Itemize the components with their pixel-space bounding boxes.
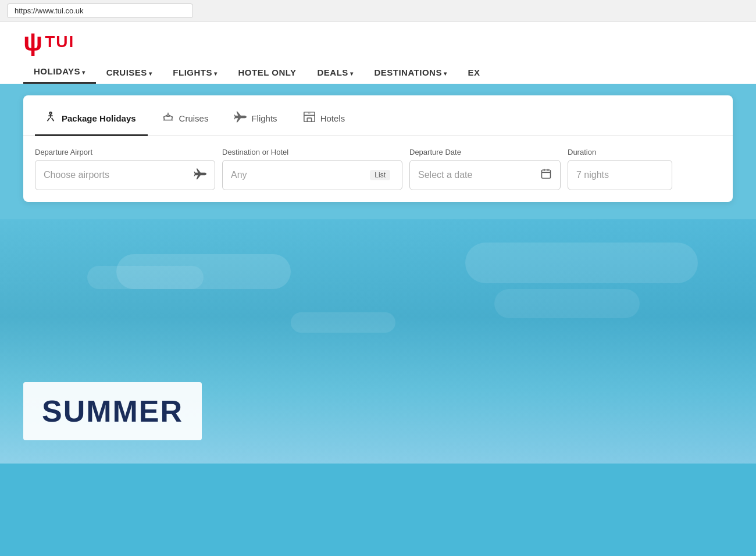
nav-item-cruises[interactable]: CRUISES▾ xyxy=(96,62,163,83)
svg-rect-11 xyxy=(542,170,551,178)
departure-airport-placeholder: Choose airports xyxy=(44,170,109,180)
departure-airport-input[interactable]: Choose airports xyxy=(35,160,215,190)
nav-item-destinations[interactable]: DESTINATIONS▾ xyxy=(363,62,457,83)
svg-text:H: H xyxy=(308,112,310,115)
hero-content: SUMMER xyxy=(23,382,202,440)
departure-date-input[interactable]: Select a date xyxy=(409,160,561,190)
destination-field: Destination or Hotel Any List xyxy=(222,148,402,190)
tab-hotels-label: Hotels xyxy=(320,113,345,123)
duration-field: Duration 7 nights xyxy=(568,148,672,190)
url-bar[interactable]: https://www.tui.co.uk xyxy=(7,3,193,18)
flights-tab-icon xyxy=(234,111,247,126)
destination-placeholder: Any xyxy=(231,170,247,180)
search-fields: Departure Airport Choose airports Destin… xyxy=(23,136,733,202)
duration-label: Duration xyxy=(568,148,672,156)
nav-item-extra[interactable]: EX xyxy=(457,62,490,83)
tab-package-holidays[interactable]: Package Holidays xyxy=(35,105,148,136)
tab-flights-label: Flights xyxy=(251,113,277,123)
search-section: Package Holidays Cruises xyxy=(0,84,756,219)
search-tabs: Package Holidays Cruises xyxy=(23,95,733,136)
airplane-departure-icon xyxy=(194,167,206,183)
nav-item-holidays[interactable]: HOLIDAYS▾ xyxy=(23,60,96,84)
browser-bar: https://www.tui.co.uk xyxy=(0,0,756,22)
tab-package-label: Package Holidays xyxy=(62,113,136,123)
tui-brand-name: TUI xyxy=(45,33,74,51)
cruises-icon xyxy=(162,111,174,126)
chevron-down-icon: ▾ xyxy=(444,70,447,77)
duration-placeholder: 7 nights xyxy=(576,170,609,180)
departure-date-field: Departure Date Select a date xyxy=(409,148,561,190)
main-nav: HOLIDAYS▾ CRUISES▾ FLIGHTS▾ HOTEL ONLY D… xyxy=(23,60,733,84)
destination-label: Destination or Hotel xyxy=(222,148,402,156)
departure-airport-label: Departure Airport xyxy=(35,148,215,156)
duration-input[interactable]: 7 nights xyxy=(568,160,672,190)
tab-hotels[interactable]: H Hotels xyxy=(294,105,357,136)
chevron-down-icon: ▾ xyxy=(214,70,217,77)
nav-item-deals[interactable]: DEALS▾ xyxy=(307,62,364,83)
tui-logo[interactable]: ψ TUI xyxy=(23,29,74,55)
hotels-icon: H xyxy=(303,111,316,126)
nav-item-hotel-only[interactable]: HOTEL ONLY xyxy=(228,62,307,83)
hero-text-box: SUMMER xyxy=(23,382,202,440)
tab-flights[interactable]: Flights xyxy=(224,105,288,136)
logo-row: ψ TUI xyxy=(23,29,733,55)
hero-title: SUMMER xyxy=(42,396,183,426)
svg-point-0 xyxy=(49,112,52,115)
chevron-down-icon: ▾ xyxy=(82,69,85,76)
chevron-down-icon: ▾ xyxy=(149,70,152,77)
package-holidays-icon xyxy=(44,111,57,126)
tui-symbol-icon: ψ xyxy=(23,29,42,55)
hero-section: SUMMER xyxy=(0,219,756,464)
tab-cruises-label: Cruises xyxy=(179,113,209,123)
site-header: ψ TUI HOLIDAYS▾ CRUISES▾ FLIGHTS▾ HOTEL … xyxy=(0,22,756,84)
calendar-icon xyxy=(540,168,552,183)
chevron-down-icon: ▾ xyxy=(350,70,354,77)
destination-input[interactable]: Any List xyxy=(222,160,402,190)
svg-line-3 xyxy=(48,118,50,122)
nav-item-flights[interactable]: FLIGHTS▾ xyxy=(162,62,227,83)
departure-date-label: Departure Date xyxy=(409,148,561,156)
departure-airport-field: Departure Airport Choose airports xyxy=(35,148,215,190)
list-badge: List xyxy=(370,170,390,180)
tab-cruises[interactable]: Cruises xyxy=(152,105,220,136)
date-placeholder: Select a date xyxy=(418,170,472,180)
search-card: Package Holidays Cruises xyxy=(23,95,733,202)
svg-line-4 xyxy=(52,118,54,122)
